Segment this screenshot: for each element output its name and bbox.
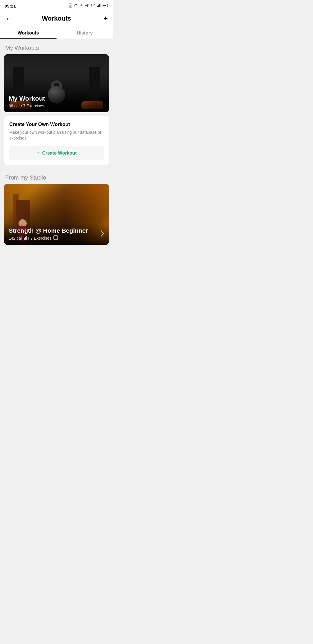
studio-section-header: From my Studio <box>0 169 113 184</box>
my-workouts-section-header: My Workouts <box>0 39 113 54</box>
workout-card-meta: 68 cal • 7 Exercises <box>9 104 104 108</box>
add-button[interactable]: + <box>97 14 108 23</box>
bar-chart-icon <box>23 236 29 240</box>
svg-line-7 <box>77 4 77 5</box>
svg-rect-16 <box>99 4 100 7</box>
svg-line-6 <box>75 4 75 5</box>
studio-workout-card[interactable]: Strength @ Home Beginner 142 cal 7 Exerc… <box>4 184 109 245</box>
svg-point-13 <box>92 7 93 7</box>
studio-calories: 142 cal <box>9 236 22 240</box>
svg-rect-21 <box>25 237 26 240</box>
create-plus-icon: + <box>37 150 40 156</box>
my-workout-card[interactable]: My Workout 68 cal • 7 Exercises <box>4 54 109 112</box>
svg-rect-17 <box>100 3 101 7</box>
create-card-description: Make your own workout plan using our dat… <box>9 130 104 141</box>
studio-card-meta: 142 cal 7 Exercises <box>9 235 104 241</box>
svg-rect-22 <box>26 236 27 240</box>
download-icon <box>79 3 83 8</box>
create-workout-card: Create Your Own Workout Make your own wo… <box>4 116 109 165</box>
content-area: My Workouts My Workout 68 cal • 7 Exerci… <box>0 39 113 254</box>
studio-exercises: 7 Exercises <box>30 236 51 240</box>
signal-icon <box>97 3 101 8</box>
workout-card-overlay: My Workout 68 cal • 7 Exercises <box>4 91 109 112</box>
create-card-title: Create Your Own Workout <box>9 122 104 127</box>
svg-rect-20 <box>24 238 25 240</box>
status-time: 09:21 <box>5 3 16 8</box>
svg-rect-15 <box>98 5 99 7</box>
status-icons <box>68 3 108 8</box>
alarm-icon <box>74 3 78 8</box>
workout-card-title: My Workout <box>9 95 104 102</box>
square-icon <box>53 235 58 241</box>
header: ← Workouts + <box>0 10 113 26</box>
svg-rect-23 <box>28 237 29 240</box>
svg-rect-19 <box>103 5 106 6</box>
tabs-bar: Workouts History <box>0 26 113 39</box>
studio-card-overlay: Strength @ Home Beginner 142 cal 7 Exerc… <box>4 224 109 245</box>
battery-icon <box>103 3 108 8</box>
studio-card-title: Strength @ Home Beginner <box>9 227 104 234</box>
studio-chevron-icon[interactable] <box>100 229 105 239</box>
status-bar: 09:21 <box>0 0 113 10</box>
svg-line-5 <box>76 6 77 6</box>
task-icon <box>68 3 72 8</box>
wifi-icon <box>90 3 95 8</box>
back-button[interactable]: ← <box>5 15 16 23</box>
tab-history[interactable]: History <box>57 26 113 39</box>
create-btn-label: Create Workout <box>42 151 77 156</box>
create-workout-button[interactable]: + Create Workout <box>9 146 104 160</box>
svg-marker-10 <box>85 4 88 7</box>
svg-rect-14 <box>97 6 98 7</box>
page-title: Workouts <box>42 15 71 22</box>
svg-rect-24 <box>54 236 58 240</box>
tab-workouts[interactable]: Workouts <box>0 26 57 39</box>
mute-icon <box>85 3 89 8</box>
